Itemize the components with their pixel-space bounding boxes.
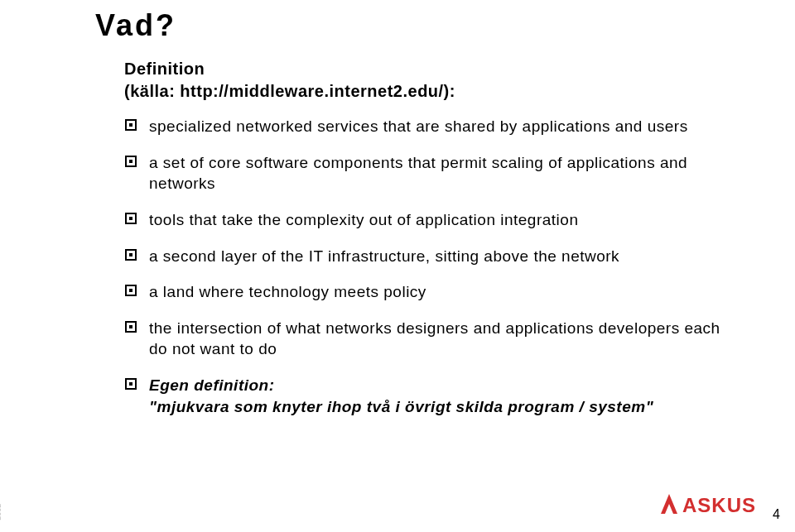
svg-rect-11: [129, 325, 132, 328]
bullet-text: specialized networked services that are …: [149, 116, 688, 137]
svg-rect-1: [129, 123, 132, 127]
bullet-list: specialized networked services that are …: [124, 116, 720, 432]
bullet-icon: [124, 118, 137, 132]
svg-rect-7: [129, 253, 132, 256]
logo-text: ASKUS: [682, 494, 756, 516]
list-item: Egen definition: "mjukvara som knyter ih…: [124, 375, 720, 417]
svg-rect-13: [129, 382, 132, 386]
page-number: 4: [773, 507, 780, 522]
bullet-text: tools that take the complexity out of ap…: [149, 209, 578, 231]
subtitle-line2: (källa: http://middleware.internet2.edu/…: [124, 82, 455, 100]
slide-title: Vad?: [95, 8, 176, 43]
definition-heading: Definition (källa: http://middleware.int…: [124, 58, 455, 103]
list-item: the intersection of what networks design…: [124, 318, 720, 360]
bullet-icon: [124, 155, 137, 168]
list-item: tools that take the complexity out of ap…: [124, 209, 720, 231]
svg-rect-5: [129, 217, 132, 220]
list-item: a set of core software components that p…: [124, 152, 720, 194]
svg-rect-3: [129, 160, 132, 163]
bullet-icon: [124, 284, 137, 297]
bullet-icon: [124, 248, 137, 261]
slide: Vad? Definition (källa: http://middlewar…: [0, 0, 795, 532]
bullet-text: the intersection of what networks design…: [149, 318, 720, 360]
bullet-icon: [124, 377, 137, 391]
bullet-icon: [124, 320, 137, 333]
logo-mark-icon: [661, 494, 677, 514]
bullet-text: a land where technology meets policy: [149, 281, 426, 303]
bullet-text: a second layer of the IT infrastructure,…: [149, 246, 619, 267]
bullet-icon: [124, 212, 137, 225]
bullet-text: a set of core software components that p…: [149, 152, 720, 194]
list-item: specialized networked services that are …: [124, 116, 720, 137]
subtitle-line1: Definition: [124, 60, 205, 78]
bullet-text: Egen definition: "mjukvara som knyter ih…: [149, 375, 653, 417]
list-item: a second layer of the IT infrastructure,…: [124, 246, 720, 267]
vertical-footer-text: Askus AB - Om Middleware - 17 april 2002: [0, 451, 3, 520]
svg-rect-9: [129, 289, 132, 292]
logo: ASKUS: [658, 491, 773, 517]
list-item: a land where technology meets policy: [124, 281, 720, 303]
